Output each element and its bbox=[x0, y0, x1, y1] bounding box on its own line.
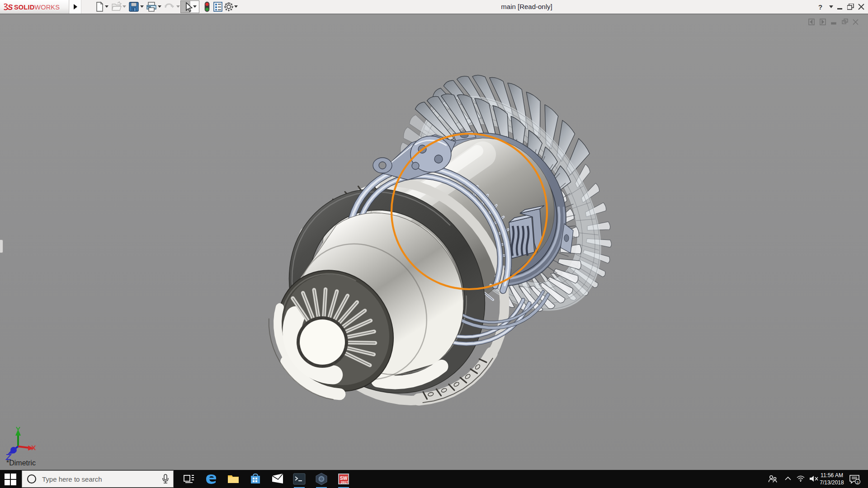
svg-text:SOLIDWORKS: SOLIDWORKS bbox=[14, 4, 60, 11]
svg-text:?: ? bbox=[818, 4, 822, 10]
svg-text:2017: 2017 bbox=[341, 481, 348, 484]
svg-text:3: 3 bbox=[857, 480, 859, 484]
svg-text:SW: SW bbox=[340, 476, 348, 481]
svg-text:S: S bbox=[8, 3, 13, 12]
